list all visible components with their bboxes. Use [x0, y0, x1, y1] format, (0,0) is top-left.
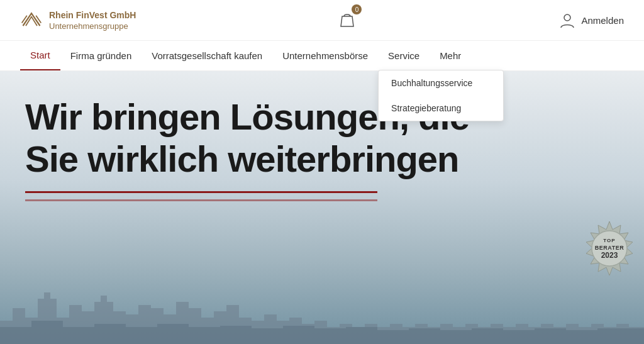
header: Rhein FinVest GmbH Unternehmensgruppe 0 … — [0, 0, 644, 41]
cart-area[interactable]: 0 — [336, 8, 358, 33]
svg-text:BERATER: BERATER — [595, 245, 624, 251]
login-button[interactable]: Anmelden — [558, 11, 624, 29]
badge-icon: TOP BERATER 2023 — [581, 220, 638, 277]
logo-icon — [20, 9, 43, 31]
logo-text: Rhein FinVest GmbH Unternehmensgruppe — [49, 9, 136, 30]
logo-text-sub: Unternehmensgruppe — [49, 21, 136, 31]
dropdown-item-strategieberatung[interactable]: Strategieberatung — [379, 96, 503, 121]
hero-underline2 — [25, 199, 377, 201]
svg-text:TOP: TOP — [603, 238, 615, 243]
nav-item-service-wrap[interactable]: Service Buchhaltungsservice Strategieber… — [378, 42, 430, 70]
dropdown-item-buchhaltung[interactable]: Buchhaltungsservice — [379, 70, 503, 96]
user-icon — [558, 11, 576, 29]
award-badge: TOP BERATER 2023 — [581, 220, 631, 270]
login-label: Anmelden — [581, 15, 624, 26]
nav-item-mehr[interactable]: Mehr — [430, 42, 471, 70]
skyline-silhouette — [0, 270, 644, 344]
hero-headline-line2: Sie wirklich weiterbringen — [25, 138, 459, 179]
hero-underline — [25, 191, 377, 193]
nav-item-service[interactable]: Service — [378, 42, 430, 70]
nav-item-firma[interactable]: Firma gründen — [60, 42, 142, 70]
nav-item-vorratsgesellschaft[interactable]: Vorratsgesellschaft kaufen — [142, 42, 272, 70]
hero-section: Wir bringen Lösungen, die Sie wirklich w… — [0, 71, 644, 344]
service-dropdown: Buchhaltungsservice Strategieberatung — [378, 70, 504, 121]
nav-item-start[interactable]: Start — [20, 41, 60, 70]
nav-item-unternehmensboerse[interactable]: Unternehmensbörse — [272, 42, 378, 70]
main-nav: Start Firma gründen Vorratsgesellschaft … — [0, 41, 644, 71]
cart-button[interactable]: 0 — [336, 8, 358, 33]
svg-point-0 — [564, 14, 570, 21]
logo-text-main: Rhein FinVest GmbH — [49, 9, 136, 21]
cart-badge: 0 — [352, 4, 362, 14]
svg-text:2023: 2023 — [601, 251, 618, 260]
logo[interactable]: Rhein FinVest GmbH Unternehmensgruppe — [20, 9, 136, 31]
